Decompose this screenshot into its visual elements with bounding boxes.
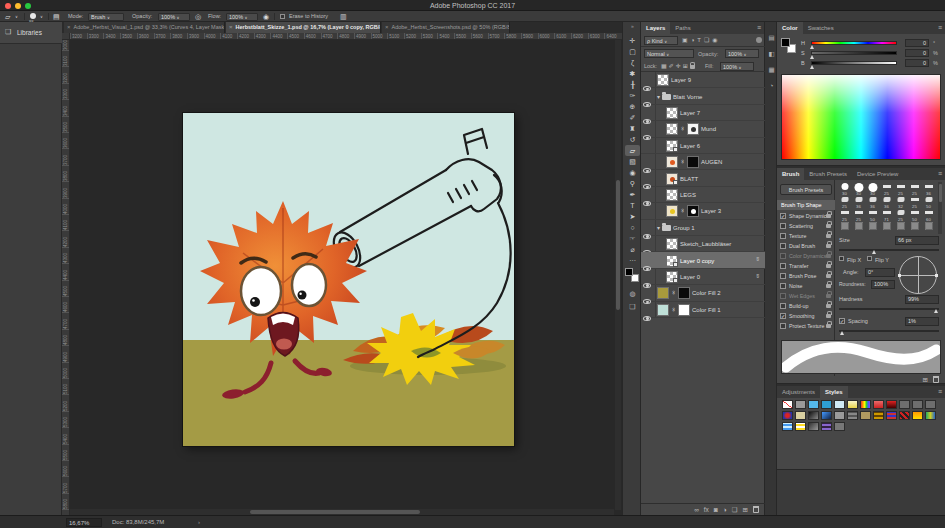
- tab-device-preview[interactable]: Device Preview: [852, 168, 903, 180]
- panel-menu-icon[interactable]: ≡: [938, 386, 942, 398]
- brush-tip[interactable]: 25: [908, 182, 921, 195]
- foreground-color-swatch[interactable]: [625, 268, 633, 276]
- layer-thumbnail[interactable]: [666, 140, 678, 152]
- style-swatch[interactable]: [886, 411, 897, 420]
- brush-tip[interactable]: [852, 221, 865, 234]
- option-checkbox[interactable]: [780, 293, 786, 299]
- status-expand-icon[interactable]: ›: [198, 516, 200, 528]
- hardness-value[interactable]: 99%: [905, 295, 939, 304]
- style-swatch[interactable]: [795, 411, 806, 420]
- style-swatch[interactable]: [821, 422, 832, 431]
- roundness-handle[interactable]: [935, 274, 938, 277]
- layer-row[interactable]: Layer 0∞: [641, 269, 765, 285]
- style-swatch[interactable]: [925, 400, 936, 409]
- blur-tool[interactable]: ◉: [625, 167, 640, 178]
- layer-visibility-toggle[interactable]: [643, 241, 653, 248]
- dock-panel-icon-1[interactable]: ▤: [767, 34, 776, 42]
- filter-type-icon[interactable]: ❏: [704, 36, 709, 45]
- lock-type-icon[interactable]: ✐: [669, 62, 674, 71]
- brush-tip[interactable]: 25: [838, 195, 851, 208]
- layer-thumbnail[interactable]: [657, 74, 669, 86]
- style-swatch[interactable]: [821, 400, 832, 409]
- brush-tip[interactable]: [838, 221, 851, 234]
- brush-option-smoothing[interactable]: Smoothing: [777, 311, 835, 321]
- brush-tip[interactable]: 25: [880, 182, 893, 195]
- mode-select[interactable]: Brush ∨: [88, 13, 124, 21]
- roundness-handle[interactable]: [898, 274, 901, 277]
- layer-row[interactable]: ∞Layer 3: [641, 203, 765, 219]
- filter-type-icon[interactable]: ◑: [691, 36, 695, 45]
- lock-type-icon[interactable]: ⊞: [683, 62, 688, 71]
- dodge-tool[interactable]: ⚲: [625, 178, 640, 189]
- tab-layers[interactable]: Layers: [641, 22, 670, 34]
- delete-layer-icon[interactable]: [753, 506, 759, 513]
- brush-option-dual-brush[interactable]: Dual Brush: [777, 241, 835, 251]
- layer-style-icon[interactable]: fx: [704, 505, 709, 515]
- add-layer-mask-icon[interactable]: ◙: [714, 505, 718, 515]
- brush-option-color-dynamics[interactable]: Color Dynamics: [777, 251, 835, 261]
- new-group-icon[interactable]: ❏: [732, 505, 738, 515]
- slider-track[interactable]: [811, 61, 897, 65]
- layer-visibility-toggle[interactable]: [643, 93, 653, 100]
- hardness-slider[interactable]: [839, 308, 939, 310]
- layer-thumbnail[interactable]: [666, 156, 678, 168]
- color-panel-fg-bg[interactable]: [781, 38, 797, 54]
- filter-type-icon[interactable]: ◉: [712, 36, 717, 45]
- lock-type-icon[interactable]: ▦: [661, 62, 667, 71]
- type-tool[interactable]: T: [625, 200, 640, 211]
- style-swatch[interactable]: [860, 411, 871, 420]
- healing-brush-tool[interactable]: ⊕: [625, 101, 640, 112]
- brush-tip[interactable]: 30: [852, 182, 865, 195]
- brush-option-shape-dynamics[interactable]: Shape Dynamics: [777, 211, 835, 221]
- hand-tool[interactable]: ☞: [625, 233, 640, 244]
- slider-value[interactable]: 0: [905, 49, 929, 57]
- link-layers-icon[interactable]: ∞: [694, 505, 699, 515]
- layer-visibility-toggle[interactable]: [643, 290, 653, 297]
- brush-tip-shape-item[interactable]: Brush Tip Shape: [777, 200, 835, 210]
- layer-row[interactable]: ∞Color Fill 2: [641, 285, 765, 301]
- brush-option-texture[interactable]: Texture: [777, 231, 835, 241]
- expand-caret-icon[interactable]: ▾: [657, 93, 660, 100]
- slider-track[interactable]: [811, 41, 897, 45]
- crop-tool[interactable]: ╂: [625, 79, 640, 90]
- brush-tip[interactable]: 36: [866, 195, 879, 208]
- layer-visibility-toggle[interactable]: [643, 225, 653, 232]
- delete-brush-icon[interactable]: [933, 376, 939, 383]
- layer-row[interactable]: Layer 7: [641, 105, 765, 121]
- layer-visibility-toggle[interactable]: [643, 175, 653, 182]
- layers-opacity-select[interactable]: 100% ∨: [725, 49, 759, 58]
- style-swatch[interactable]: [834, 400, 845, 409]
- filter-toggle-icon[interactable]: [756, 37, 762, 43]
- brush-tip[interactable]: 25: [908, 195, 921, 208]
- style-swatch[interactable]: [899, 400, 910, 409]
- style-swatch[interactable]: [795, 400, 806, 409]
- filter-kind-select[interactable]: ρ Kind ∨: [644, 36, 678, 45]
- style-swatch[interactable]: [821, 411, 832, 420]
- brush-tip[interactable]: 25: [852, 208, 865, 221]
- style-swatch[interactable]: [860, 400, 871, 409]
- option-checkbox[interactable]: [780, 303, 786, 309]
- layer-mask-thumbnail[interactable]: [687, 156, 699, 168]
- angle-roundness-widget[interactable]: [899, 256, 937, 294]
- vertical-scrollbar[interactable]: [615, 40, 621, 510]
- brush-tip[interactable]: [866, 221, 879, 234]
- brush-tip[interactable]: 50: [908, 208, 921, 221]
- tab-swatches[interactable]: Swatches: [803, 22, 839, 34]
- layer-visibility-toggle[interactable]: [643, 110, 653, 117]
- erase-to-history-checkbox[interactable]: [280, 14, 285, 19]
- foreground-color-swatch[interactable]: [781, 38, 790, 47]
- zoom-tool[interactable]: ⌀: [625, 244, 640, 255]
- eyedropper-tool[interactable]: ✑: [625, 90, 640, 101]
- style-swatch[interactable]: [912, 400, 923, 409]
- rectangular-marquee-tool[interactable]: ▢: [625, 46, 640, 57]
- brush-tip[interactable]: 50: [866, 208, 879, 221]
- angle-value[interactable]: 0°: [865, 268, 895, 277]
- option-checkbox[interactable]: [780, 233, 786, 239]
- airbrush-icon[interactable]: ◉: [263, 11, 269, 22]
- panel-menu-icon[interactable]: ≡: [757, 22, 761, 34]
- tab-adjustments[interactable]: Adjustments: [777, 386, 820, 398]
- shape-tool[interactable]: ○: [625, 222, 640, 233]
- opacity-select[interactable]: 100% ∨: [158, 13, 190, 21]
- layer-row[interactable]: Layer 6: [641, 138, 765, 154]
- hardness-slider-thumb[interactable]: [934, 309, 938, 313]
